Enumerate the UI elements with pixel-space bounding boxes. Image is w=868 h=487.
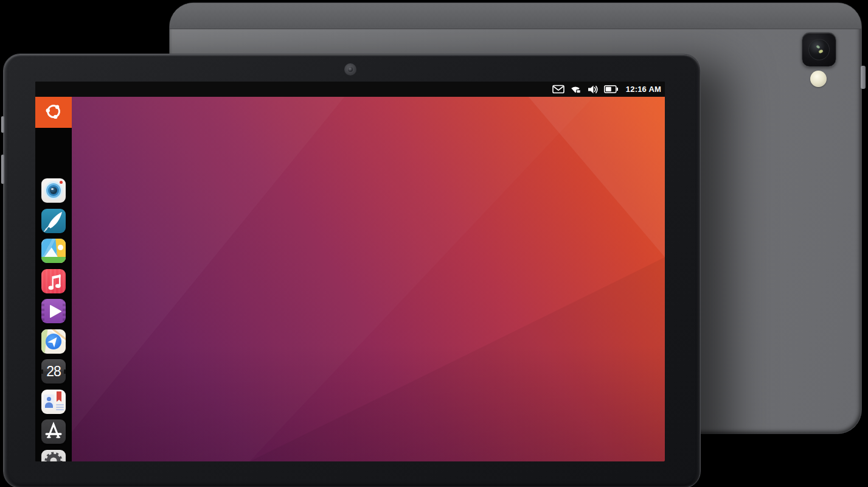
letter-a-icon xyxy=(41,419,66,444)
ubuntu-wallpaper xyxy=(72,97,665,461)
camera-flash-led xyxy=(810,71,827,87)
pin-dot xyxy=(58,245,63,250)
wallpaper-vignette xyxy=(72,97,665,461)
lens-glint xyxy=(816,45,820,49)
text-line xyxy=(56,407,64,408)
volume-rocker-button xyxy=(1,155,4,184)
clock[interactable]: 12:16 AM xyxy=(626,85,661,94)
camera-lens-icon xyxy=(44,181,63,200)
text-line xyxy=(56,404,64,405)
volume-up-button xyxy=(1,116,4,133)
gear-icon xyxy=(44,451,63,461)
power-button xyxy=(861,66,866,89)
record-dot xyxy=(60,181,63,184)
launcher-dock: 28 xyxy=(35,97,72,461)
dock-icon-ubuntu[interactable] xyxy=(35,97,72,128)
front-camera xyxy=(344,63,356,75)
rear-camera-lens xyxy=(808,39,830,60)
filmstrip-edge xyxy=(63,299,66,323)
feather-icon xyxy=(41,225,66,233)
navigation-arrow-icon xyxy=(46,334,61,349)
text-line xyxy=(56,409,64,410)
filmstrip-edge xyxy=(41,299,44,323)
lens-glint xyxy=(818,49,823,54)
flip-clock-hinge xyxy=(64,370,66,374)
antenna-band xyxy=(170,3,861,29)
flip-clock-hinge xyxy=(41,370,43,374)
ubuntu-logo-icon xyxy=(43,101,64,124)
indicator-area[interactable]: 12:16 AM xyxy=(552,85,665,94)
dock-icon-notes[interactable] xyxy=(41,209,66,233)
tablet-front: 12:16 AM xyxy=(3,54,701,487)
tablet-product-render: 12:16 AM xyxy=(0,0,868,487)
grass-strip xyxy=(41,257,66,263)
dock-icon-calendar[interactable]: 28 xyxy=(41,359,66,384)
dock-icon-camera[interactable] xyxy=(41,178,66,203)
mail-icon xyxy=(552,85,564,94)
dock-icon-maps[interactable] xyxy=(41,329,66,354)
dock-icon-fonts[interactable] xyxy=(41,419,66,444)
bookmark-ribbon xyxy=(57,391,61,402)
equalizer-texture xyxy=(41,269,66,293)
rear-camera-module xyxy=(802,32,836,67)
top-panel: 12:16 AM xyxy=(35,82,665,97)
calendar-date-icon: 28 xyxy=(46,365,61,379)
contact-avatar xyxy=(44,394,54,408)
dock-icon-music[interactable] xyxy=(41,269,66,293)
dock-icon-videos[interactable] xyxy=(41,299,66,323)
dock-icon-photos[interactable] xyxy=(41,239,66,263)
dock-icon-settings[interactable] xyxy=(41,450,66,461)
battery-icon xyxy=(604,85,619,93)
screen: 12:16 AM xyxy=(35,82,665,461)
play-icon xyxy=(41,315,66,323)
volume-icon xyxy=(587,85,599,94)
dock-icon-contacts[interactable] xyxy=(41,390,66,414)
wifi-secure-icon xyxy=(570,85,582,94)
